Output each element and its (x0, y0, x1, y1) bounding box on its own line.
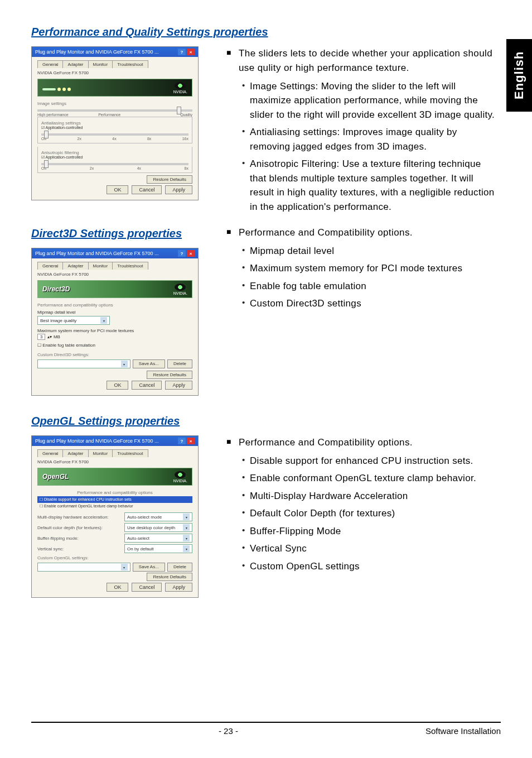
image-settings-label: Image settings (37, 101, 192, 106)
ogl-bullet-3: Multi-Display Hardware Acceleration (239, 489, 495, 503)
tab-adapter[interactable]: Adapter (62, 449, 88, 457)
quality-label: Quality (180, 113, 192, 117)
tab-general[interactable]: General (37, 60, 63, 68)
product-label: NVIDIA GeForce FX 5700 (37, 272, 192, 277)
restore-defaults-button[interactable]: Restore Defaults (147, 371, 192, 379)
restore-defaults-button[interactable]: Restore Defaults (147, 175, 192, 184)
tab-troubleshoot[interactable]: Troubleshoot (112, 262, 148, 270)
chevron-down-icon: ▾ (183, 524, 190, 531)
aniso-mode: ☑ Application-controlled (41, 155, 188, 160)
save-as-button[interactable]: Save As... (133, 563, 165, 572)
enable-clamp-checkbox[interactable]: ☐ Enable conformant OpenGL texture clamp… (37, 504, 192, 511)
aa-mode: ☑ Application-controlled (41, 126, 188, 130)
tab-adapter[interactable]: Adapter (62, 262, 88, 270)
chevron-down-icon: ▾ (121, 564, 128, 570)
apply-button[interactable]: Apply (165, 185, 192, 194)
ogl-bullet-1: Disable support for enhanced CPU instruc… (239, 454, 495, 468)
custom-ogl-label: Custom OpenGL settings: (37, 555, 192, 560)
vsync-dropdown[interactable]: On by default▾ (124, 544, 192, 553)
d3d-banner: Direct3D (42, 285, 70, 293)
ogl-dialog: Plug and Play Monitor and NVIDIA GeForce… (31, 435, 199, 598)
tab-monitor[interactable]: Monitor (88, 262, 113, 270)
d3d-intro: Performance and Compatibility options. M… (226, 226, 495, 310)
dlg-title: Plug and Play Monitor and NVIDIA GeForce… (35, 438, 159, 444)
d3d-bullet-1: Mipmap detail level (239, 244, 495, 258)
perf-label: Performance (98, 113, 120, 117)
ogl-bullet-2: Enable conformant OpenGL texture clamp b… (239, 471, 495, 486)
help-icon[interactable]: ? (178, 438, 186, 444)
buf-label: Buffer-flipping mode: (37, 536, 121, 541)
ogl-banner: OpenGL (42, 473, 69, 481)
tab-troubleshoot[interactable]: Troubleshoot (112, 449, 148, 457)
ok-button[interactable]: OK (107, 381, 128, 390)
delete-button[interactable]: Delete (167, 359, 192, 368)
ok-button[interactable]: OK (107, 185, 128, 194)
cancel-button[interactable]: Cancel (132, 185, 162, 194)
product-label: NVIDIA GeForce FX 5700 (37, 459, 192, 464)
dlg-title: Plug and Play Monitor and NVIDIA GeForce… (35, 49, 159, 55)
d3d-dialog: Plug and Play Monitor and NVIDIA GeForce… (31, 248, 199, 396)
tab-troubleshoot[interactable]: Troubleshoot (112, 60, 148, 68)
d3d-bullet-3: Enable fog table emulation (239, 279, 495, 294)
help-icon[interactable]: ? (178, 250, 186, 257)
apply-button[interactable]: Apply (165, 583, 192, 592)
mem-value[interactable]: 3 (37, 334, 45, 340)
nvidia-logo-icon: NVIDIA. (173, 82, 187, 94)
dlg-title: Plug and Play Monitor and NVIDIA GeForce… (35, 251, 159, 256)
ok-button[interactable]: OK (107, 583, 128, 592)
tick: 4x (112, 137, 116, 141)
mip-dropdown[interactable]: Best image quality▾ (37, 316, 110, 325)
delete-button[interactable]: Delete (167, 563, 192, 572)
depth-dropdown[interactable]: Use desktop color depth▾ (124, 523, 192, 532)
apply-button[interactable]: Apply (165, 381, 192, 390)
close-icon[interactable]: × (187, 438, 195, 444)
nvidia-logo-icon: NVIDIA. (173, 471, 187, 483)
tab-adapter[interactable]: Adapter (62, 60, 88, 68)
tick: 8x (185, 166, 188, 170)
mip-label: Mipmap detail level (37, 310, 192, 315)
close-icon[interactable]: × (187, 49, 195, 55)
cancel-button[interactable]: Cancel (132, 583, 162, 592)
buf-dropdown[interactable]: Auto-select▾ (124, 534, 192, 543)
perf-bullet-1: Image Settings: Moving the slider to the… (239, 79, 495, 122)
aniso-slider[interactable] (41, 163, 188, 165)
ogl-title: OpenGL Settings properties (31, 415, 501, 428)
tab-general[interactable]: General (37, 449, 63, 457)
tick: 8x (147, 137, 151, 141)
disable-cpu-checkbox[interactable]: ☐ Disable support for enhanced CPU instr… (37, 496, 192, 503)
tab-general[interactable]: General (37, 262, 63, 270)
perf-dialog: Plug and Play Monitor and NVIDIA GeForce… (31, 46, 199, 200)
image-settings-slider[interactable] (37, 109, 192, 112)
tick: 2x (90, 166, 94, 170)
chevron-down-icon: ▾ (121, 361, 128, 367)
tick: 2x (78, 137, 81, 141)
chevron-down-icon: ▾ (100, 317, 107, 324)
help-icon[interactable]: ? (178, 49, 186, 55)
restore-defaults-button[interactable]: Restore Defaults (147, 573, 192, 581)
hp-label: High performance (37, 113, 69, 117)
chevron-down-icon: ▾ (183, 514, 190, 520)
close-icon[interactable]: × (187, 250, 195, 257)
d3d-bullet-2: Maximum system memory for PCI mode textu… (239, 261, 495, 276)
aa-slider[interactable] (41, 133, 188, 136)
multi-dropdown[interactable]: Auto-select mode▾ (124, 512, 192, 521)
perf-bullet-3: Anisotropic Filtering: Use a texture fil… (239, 157, 495, 214)
product-label: NVIDIA GeForce FX 5700 (37, 70, 192, 75)
mem-label: Maximum system memory for PCI mode textu… (37, 328, 192, 333)
ogl-bullet-4: Default Color Depth (for textures) (239, 506, 495, 521)
tick: 16x (182, 137, 188, 141)
ogl-bullet-7: Custom OpenGL settings (239, 559, 495, 574)
cancel-button[interactable]: Cancel (132, 381, 162, 390)
custom-d3d-select[interactable]: ▾ (37, 359, 130, 368)
d3d-group-label: Performance and compatibility options (37, 303, 192, 308)
save-as-button[interactable]: Save As... (133, 359, 165, 368)
nvidia-logo-icon: NVIDIA. (173, 284, 187, 295)
ogl-bullet-6: Vertical Sync (239, 541, 495, 556)
tab-monitor[interactable]: Monitor (88, 60, 113, 68)
perf-intro: The sliders lets to decide whether your … (226, 46, 495, 214)
custom-ogl-select[interactable]: ▾ (37, 563, 130, 572)
ogl-intro: Performance and Compatibility options. D… (226, 435, 495, 573)
aniso-label: Anisotropic filtering (41, 150, 188, 155)
fog-checkbox[interactable]: ☐ Enable fog table emulation (37, 343, 192, 348)
tab-monitor[interactable]: Monitor (88, 449, 113, 457)
